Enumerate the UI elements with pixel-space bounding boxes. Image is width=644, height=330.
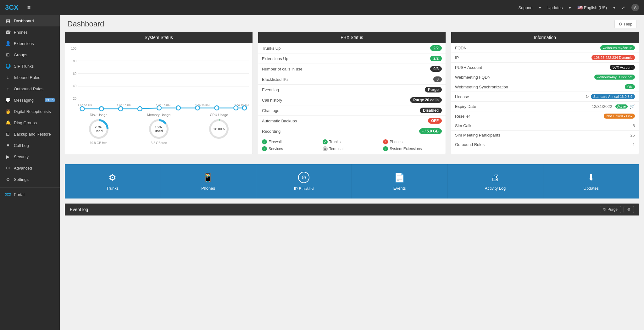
sidebar-item-sip-trunks[interactable]: 🌐 SIP Trunks	[0, 60, 60, 72]
status-firewall: ✓ Firewall	[262, 139, 321, 144]
phones-icon: ☎	[5, 30, 11, 35]
disk-usage: Disk Usage 25%used 19.8 GB free	[88, 113, 110, 145]
info-reseller: Reseller Not Linked - Link	[451, 111, 639, 121]
sidebar-item-label: Advanced	[14, 166, 55, 171]
auto-backups-badge: OFF	[428, 118, 442, 124]
information-card: Information FQDN welbourn.my3cx.us IP 10…	[451, 31, 639, 154]
event-log-actions: ↻ Purge ⚙	[600, 206, 634, 213]
disk-usage-text: 25%used	[88, 118, 110, 140]
sidebar-item-security[interactable]: ▶ Security	[0, 151, 60, 162]
events-quick-icon: 📄	[394, 172, 405, 183]
push-account-value: 3CX Account	[610, 65, 635, 70]
calls-in-use-badge: 0/8	[430, 66, 442, 72]
outbound-rules-icon: ↑	[5, 86, 11, 91]
call-history-badge[interactable]: Purge 20 calls	[410, 97, 442, 103]
sidebar-item-label: Messaging	[14, 98, 42, 103]
sidebar-item-label: Groups	[14, 53, 55, 57]
memory-usage: Memory Usage 15%used 3.2 GB free	[147, 113, 171, 145]
sidebar-item-backup-restore[interactable]: ⊡ Backup and Restore	[0, 128, 60, 140]
sidebar-item-label: Portal	[14, 192, 55, 197]
expand-button[interactable]: ⤢	[622, 5, 625, 10]
sidebar-item-groups[interactable]: ⊞ Groups	[0, 49, 60, 60]
ip-blacklist-quick-icon: ⊘	[298, 172, 309, 183]
sidebar-item-extensions[interactable]: 👤 Extensions	[0, 38, 60, 49]
chat-logs-badge: Disabled	[420, 108, 442, 113]
terminal-dot: ▣	[323, 146, 328, 151]
chart-area	[78, 47, 249, 100]
sidebar-item-label: Settings	[14, 177, 55, 182]
updates-link[interactable]: Updates	[547, 5, 563, 10]
sidebar-item-label: Call Log	[14, 143, 55, 148]
event-log-purge-button[interactable]: ↻ Purge	[600, 206, 621, 213]
quick-link-phones[interactable]: 📱 Phones	[160, 164, 256, 199]
security-icon: ▶	[5, 154, 11, 159]
event-log-settings-button[interactable]: ⚙	[624, 206, 634, 213]
chart-time-labels: 2:06:05 PM 2:06:10 PM 2:06:15 PM 2:06:20…	[78, 101, 249, 110]
reseller-value[interactable]: Not Linked - Link	[604, 114, 635, 119]
fqdn-value: welbourn.my3cx.us	[600, 45, 635, 50]
event-log-badge[interactable]: Purge	[425, 87, 442, 92]
extensions-icon: 👤	[5, 41, 11, 46]
outbound-rules-value: 1	[633, 142, 635, 147]
cart-icon[interactable]: 🛒	[630, 104, 635, 109]
system-extensions-dot: ✓	[383, 146, 388, 151]
cpu-usage-circle: 1/100%	[208, 118, 230, 140]
pbx-row-recording: Recording - / 5.0 GB	[258, 126, 446, 136]
status-terminal: ▣ Terminal	[323, 146, 381, 151]
quick-link-activity-log[interactable]: 🖨 Activity Log	[447, 164, 543, 199]
phones-quick-icon: 📱	[203, 172, 214, 183]
sidebar-item-label: Security	[14, 154, 55, 159]
support-link[interactable]: Support	[518, 5, 533, 10]
user-menu[interactable]: A	[631, 4, 639, 11]
hamburger-icon[interactable]: ≡	[25, 3, 33, 12]
pbx-row-event-log: Event log Purge	[258, 85, 446, 95]
info-license: License ↻ Standard Annual 16.0.8.9	[451, 92, 639, 102]
logo[interactable]: 3CX	[5, 3, 19, 12]
sidebar-item-messaging[interactable]: 💬 Messaging BETA	[0, 94, 60, 106]
blacklisted-ips-badge: 0	[433, 76, 442, 82]
sidebar-item-dashboard[interactable]: ▤ Dashboard	[0, 15, 60, 26]
system-status-card: System Status 100 80 60 40 20	[65, 31, 253, 154]
trunks-dot: ✓	[323, 139, 328, 144]
services-dot: ✓	[262, 146, 267, 151]
ip-value: 108.26.222.234 Dynamic	[591, 55, 635, 60]
info-fqdn: FQDN welbourn.my3cx.us	[451, 43, 639, 53]
license-refresh-icon[interactable]: ↻	[586, 94, 589, 99]
help-button[interactable]: ⚙ Help	[614, 20, 636, 28]
event-log-settings-icon: ⚙	[627, 207, 630, 212]
sidebar-item-digital-receptionists[interactable]: 👩 Digital Receptionists	[0, 106, 60, 117]
messaging-icon: 💬	[5, 98, 11, 103]
beta-badge: BETA	[45, 98, 55, 102]
expiry-date-value: 12/31/2022	[592, 104, 612, 109]
info-webmeeting-fqdn: Webmeeting FQDN welbourn-myus.3cx.net	[451, 72, 639, 82]
expiry-active-badge: Active	[615, 104, 628, 109]
language-selector[interactable]: 🇺🇸 English (US)	[577, 5, 607, 10]
sidebar-item-ring-groups[interactable]: 🔔 Ring Groups	[0, 117, 60, 128]
sidebar-item-label: Phones	[14, 30, 55, 35]
info-webmeeting-sync: Webmeeting Synchronization OK	[451, 82, 639, 92]
memory-usage-text: 15%used	[148, 118, 170, 140]
info-sim-calls: Sim Calls 8	[451, 121, 639, 131]
sidebar-item-inbound-rules[interactable]: ↓ Inbound Rules	[0, 72, 60, 83]
quick-link-updates[interactable]: ⬇ Updates	[543, 164, 639, 199]
sim-meeting-value: 25	[630, 133, 635, 137]
quick-link-events[interactable]: 📄 Events	[352, 164, 447, 199]
sidebar-item-phones[interactable]: ☎ Phones	[0, 26, 60, 38]
sidebar-item-settings[interactable]: ⚙ Settings	[0, 174, 60, 185]
sidebar-item-advanced[interactable]: ⚙ Advanced	[0, 162, 60, 174]
info-outbound-rules: Outbound Rules 1	[451, 140, 639, 149]
quick-link-ip-blacklist[interactable]: ⊘ IP Blacklist	[256, 164, 352, 199]
recording-badge: - / 5.0 GB	[419, 128, 442, 134]
events-quick-label: Events	[393, 186, 406, 191]
main-content: Dashboard ⚙ Help System Status 100 80 60…	[60, 15, 644, 330]
sidebar-item-label: SIP Trunks	[14, 64, 55, 69]
sidebar-item-call-log[interactable]: ≡ Call Log	[0, 140, 60, 151]
sidebar-item-label: Digital Receptionists	[14, 109, 55, 114]
quick-link-trunks[interactable]: ⚙ Trunks	[65, 164, 160, 199]
sidebar-item-outbound-rules[interactable]: ↑ Outbound Rules	[0, 83, 60, 94]
sidebar-item-portal[interactable]: 3CX Portal	[0, 187, 60, 200]
quick-links: ⚙ Trunks 📱 Phones ⊘ IP Blacklist 📄 Event…	[60, 159, 644, 199]
info-ip: IP 108.26.222.234 Dynamic	[451, 53, 639, 63]
trunks-up-badge: 2/2	[430, 45, 442, 51]
pbx-row-blacklisted-ips: Blacklisted IPs 0	[258, 74, 446, 85]
